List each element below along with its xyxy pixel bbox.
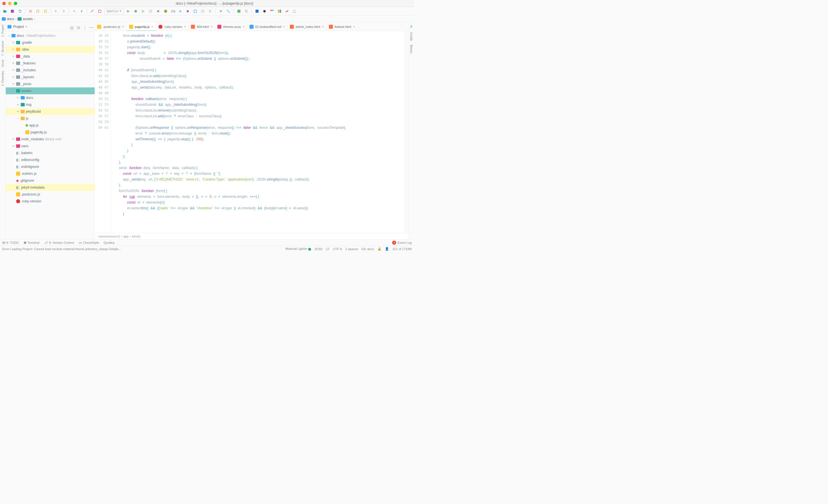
checkstyle-tool[interactable]: cs CheckStyle (79, 241, 99, 244)
target-icon[interactable]: ◎ (70, 25, 74, 29)
editor-tab[interactable]: .ruby-version× (156, 23, 189, 31)
gear-icon[interactable]: ⋮ (83, 25, 87, 29)
status-error[interactable]: Error Loading Project: Cannot load modul… (2, 247, 121, 251)
copy-icon[interactable] (35, 8, 41, 14)
breadcrumb-sub[interactable]: assets (17, 17, 33, 21)
cut-icon[interactable] (27, 8, 34, 14)
paste-icon[interactable] (42, 8, 49, 14)
indent[interactable]: 2 spaces (345, 247, 358, 251)
grid2-icon[interactable] (276, 8, 283, 14)
editor-tab[interactable]: pageclip.js× (127, 23, 156, 31)
close-icon[interactable]: × (353, 25, 355, 29)
scrollbar[interactable] (405, 31, 408, 233)
close-icon[interactable]: × (283, 25, 285, 29)
tree-item[interactable]: +docs (6, 94, 94, 101)
code-content[interactable]: form.onsubmit = function (e) { e.prevent… (111, 31, 405, 233)
editor-tab[interactable]: 01-lookandfeel.md× (247, 23, 288, 31)
tree-item[interactable]: +assets (6, 87, 94, 94)
close-icon[interactable]: × (242, 25, 244, 29)
vcs-update-icon[interactable] (177, 8, 183, 14)
back-icon[interactable] (71, 8, 77, 14)
todo-tool[interactable]: ▤ 6: TODO (2, 241, 19, 244)
run-icon[interactable] (125, 8, 131, 14)
tree-item[interactable]: −js (6, 115, 94, 122)
close-icon[interactable] (2, 2, 6, 5)
chevron-down-icon[interactable]: ▾ (26, 25, 27, 28)
tree-item[interactable]: ⬢app.js (6, 122, 94, 129)
encoding[interactable]: UTF-8 (333, 247, 342, 251)
chart-icon[interactable] (284, 8, 290, 14)
quokka-tool[interactable]: Quokka (104, 241, 115, 244)
tool-maven[interactable]: Maven (410, 45, 413, 53)
vcs-compare-icon[interactable] (192, 8, 198, 14)
tree-root[interactable]: − docs ~/IdeaProjects/docs (6, 32, 94, 39)
tree-item[interactable]: +.gradle (6, 39, 94, 46)
minimize-icon[interactable]: — (89, 25, 93, 29)
tree-item[interactable]: +img (6, 101, 94, 108)
grid1-icon[interactable] (269, 8, 275, 14)
tree-item[interactable]: +.idea (6, 46, 94, 53)
toolbox-icon[interactable] (261, 8, 268, 14)
close-icon[interactable]: × (122, 25, 124, 29)
git-status[interactable]: Git: docs (361, 247, 374, 251)
quokka-icon[interactable] (162, 8, 169, 14)
forward-icon[interactable] (79, 8, 85, 14)
close-icon[interactable]: × (184, 25, 186, 29)
inspector-icon[interactable]: 👤 (385, 247, 389, 251)
tree-item[interactable]: ◆.gitignore (6, 177, 94, 184)
editor-tab[interactable]: feature.html× (327, 23, 358, 31)
notification-count[interactable]: 2 (410, 25, 412, 28)
tree-item[interactable]: +_posts (6, 81, 94, 87)
undo-icon[interactable] (53, 8, 59, 14)
tool-structure[interactable]: 7: Structure (1, 41, 4, 56)
editor-tab[interactable]: 404.html× (189, 23, 215, 31)
editor-tab[interactable]: article_index.html× (288, 23, 327, 31)
tree-item[interactable]: ◧.eslintignore (6, 163, 94, 170)
tool-grunt[interactable]: Grunt (1, 60, 4, 67)
build-icon[interactable] (89, 8, 95, 14)
tool-project[interactable]: 1: Project (1, 25, 4, 37)
vcs-commit-icon[interactable] (184, 8, 191, 14)
line-sep[interactable]: LF (326, 247, 329, 251)
close-icon[interactable]: × (152, 25, 154, 29)
collapse-icon[interactable]: ⇲ (76, 25, 80, 29)
breadcrumb-root[interactable]: docs (2, 17, 14, 21)
zoom-icon[interactable] (14, 2, 17, 5)
hierarchy-icon[interactable] (291, 8, 298, 14)
theme-status[interactable]: Material Lighter (286, 247, 311, 250)
tool-gradle[interactable]: Gradle (410, 32, 413, 41)
tree-item[interactable]: ◧.babelrc (6, 150, 94, 156)
terminal-tool[interactable]: ▣ Terminal (24, 241, 40, 244)
run-config-select[interactable]: WATCH▾ (104, 8, 124, 14)
tool-favorites[interactable]: 2: Favorites (1, 71, 4, 86)
minimize-icon[interactable] (8, 2, 11, 5)
tree-item[interactable]: +_features (6, 60, 94, 67)
excel-icon[interactable] (236, 8, 242, 14)
refresh-icon[interactable] (17, 8, 23, 14)
tree-item[interactable]: .ruby-version (6, 198, 94, 205)
editor-tab[interactable]: themes.scss× (215, 23, 247, 31)
memory[interactable]: 321 of 1733M (392, 247, 412, 251)
wallaby-icon[interactable] (254, 8, 260, 14)
vcs-history-icon[interactable] (200, 8, 206, 14)
redo-icon[interactable] (60, 8, 67, 14)
close-icon[interactable]: × (210, 25, 212, 29)
tree-item[interactable]: +sass (6, 142, 94, 150)
debug-icon[interactable] (132, 8, 139, 14)
tree-item[interactable]: +_layouts (6, 74, 94, 81)
stop-build-icon[interactable] (96, 8, 103, 14)
coverage-icon[interactable] (140, 8, 146, 14)
vcs-revert-icon[interactable] (207, 8, 213, 14)
caret-pos[interactable]: 20:60 (315, 247, 323, 251)
window-controls[interactable] (2, 2, 17, 5)
stop-icon[interactable] (155, 8, 161, 14)
tree-item[interactable]: .postcssrc.js (6, 191, 94, 198)
editor-tab[interactable]: .postcssrc.js× (95, 23, 127, 31)
tree-item[interactable]: +_data (6, 53, 94, 60)
tree-item[interactable]: +node_modules library root (6, 136, 94, 142)
tree-item[interactable]: ◧.jekyll-metadata (6, 184, 94, 191)
event-log[interactable]: 3 Event Log (392, 241, 412, 245)
profile-icon[interactable] (148, 8, 154, 14)
open-icon[interactable] (2, 8, 8, 14)
tree-item[interactable]: +_includes (6, 67, 94, 74)
